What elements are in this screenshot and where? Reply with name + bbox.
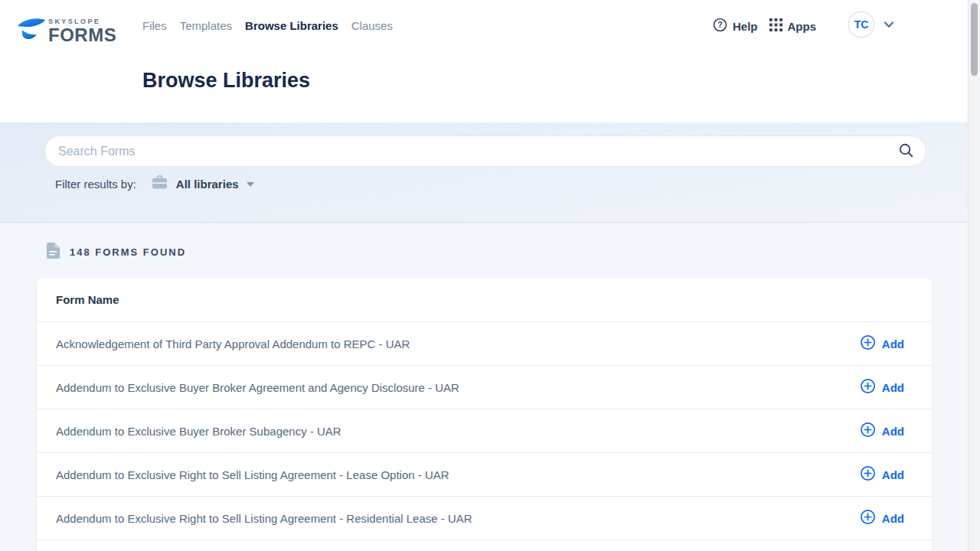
add-button[interactable]: Add	[860, 422, 904, 440]
add-button[interactable]: Add	[860, 334, 904, 353]
help-button[interactable]: ? Help	[713, 18, 758, 34]
nav-item-files[interactable]: Files	[142, 19, 167, 32]
table-header-row: Form Name	[37, 278, 932, 321]
page-title: Browse Libraries	[142, 69, 310, 93]
table-row: Addendum to Exclusive Right to Sell List…	[37, 452, 932, 496]
search-input[interactable]	[45, 145, 898, 158]
forms-table: Form Name Acknowledgement of Third Party…	[37, 278, 932, 551]
svg-text:?: ?	[717, 20, 722, 29]
table-row: Acknowledgement of Third Party Approval …	[37, 321, 932, 365]
plus-circle-icon	[860, 422, 876, 440]
logo-wordmark: SKYSLOPE FORMS	[48, 15, 116, 44]
plus-circle-icon	[860, 465, 876, 484]
table-row-partial	[37, 540, 932, 551]
document-icon	[47, 243, 60, 262]
avatar-initials: TC	[854, 18, 869, 31]
help-label: Help	[733, 20, 758, 33]
apps-button[interactable]: Apps	[769, 18, 817, 34]
search-icon	[898, 142, 914, 161]
plus-circle-icon	[860, 334, 876, 353]
apps-grid-icon	[769, 18, 782, 34]
search-bar	[44, 135, 926, 167]
nav-item-templates[interactable]: Templates	[180, 19, 232, 32]
logo-link[interactable]: SKYSLOPE FORMS	[17, 15, 116, 47]
add-button[interactable]: Add	[860, 378, 904, 396]
page-scrollbar-track[interactable]	[968, 0, 980, 551]
form-name: Addendum to Exclusive Buyer Broker Agree…	[56, 381, 459, 394]
filter-label: Filter results by:	[55, 178, 136, 191]
selected-library: All libraries	[176, 178, 239, 191]
app-header: SKYSLOPE FORMS Files Templates Browse Li…	[0, 0, 980, 122]
form-name: Acknowledgement of Third Party Approval …	[56, 337, 410, 350]
header-actions: ? Help Apps TC	[713, 17, 894, 35]
form-name: Addendum to Exclusive Right to Sell List…	[56, 468, 449, 481]
plus-circle-icon	[860, 378, 876, 396]
search-button[interactable]	[898, 142, 926, 161]
caret-down-icon	[247, 182, 254, 187]
apps-label: Apps	[788, 20, 817, 33]
add-button[interactable]: Add	[860, 465, 904, 484]
main-nav: Files Templates Browse Libraries Clauses	[142, 19, 393, 32]
form-name: Addendum to Exclusive Right to Sell List…	[56, 512, 472, 525]
skyslope-swoosh-icon	[17, 15, 46, 47]
question-circle-icon: ?	[713, 18, 727, 34]
form-name: Addendum to Exclusive Buyer Broker Subag…	[56, 425, 341, 438]
add-button[interactable]: Add	[860, 509, 904, 527]
plus-circle-icon	[860, 509, 876, 527]
nav-item-clauses[interactable]: Clauses	[351, 19, 393, 32]
results-count-row: 148 FORMS FOUND	[47, 243, 186, 262]
logo-forms-text: FORMS	[48, 26, 116, 44]
avatar[interactable]: TC	[848, 11, 874, 37]
page-scrollbar-thumb[interactable]	[971, 3, 978, 76]
nav-item-browse-libraries[interactable]: Browse Libraries	[245, 19, 338, 32]
add-label: Add	[882, 468, 904, 481]
add-label: Add	[882, 425, 904, 438]
library-filter-dropdown[interactable]: All libraries	[152, 175, 254, 192]
add-label: Add	[882, 337, 904, 350]
results-count: 148 FORMS FOUND	[70, 246, 186, 258]
table-row: Addendum to Exclusive Buyer Broker Subag…	[37, 409, 932, 452]
add-label: Add	[882, 381, 904, 394]
form-name-column-header: Form Name	[56, 293, 119, 306]
add-label: Add	[882, 512, 904, 525]
table-row: Addendum to Exclusive Buyer Broker Agree…	[37, 365, 932, 409]
briefcase-icon	[152, 175, 168, 192]
search-section: Filter results by: All libraries	[0, 122, 980, 223]
table-row: Addendum to Exclusive Right to Sell List…	[37, 496, 932, 540]
user-menu-chevron-down-icon[interactable]	[884, 21, 894, 28]
filter-row: Filter results by: All libraries	[55, 174, 254, 193]
